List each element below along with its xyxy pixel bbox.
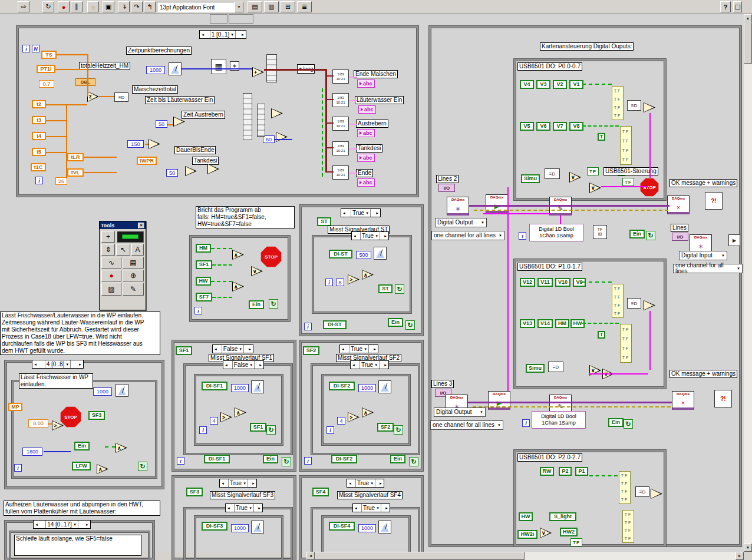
terminal-t5[interactable]: t5: [32, 148, 46, 156]
terminal-v10[interactable]: V10: [555, 278, 570, 287]
step-out-button[interactable]: ↰: [144, 1, 156, 12]
terminal-ein[interactable]: Ein: [390, 455, 405, 463]
constant-true[interactable]: T: [598, 331, 605, 339]
tool-scroll[interactable]: ⇕: [101, 244, 115, 256]
terminal-v2[interactable]: V2: [553, 80, 567, 89]
terminal-ein[interactable]: Ein: [74, 442, 90, 450]
wait-ms-icon[interactable]: [378, 380, 391, 393]
terminal-t2[interactable]: t2: [32, 100, 46, 108]
terminal-hm[interactable]: HM: [196, 244, 211, 253]
inner-case-selector-sf1[interactable]: ◄ False▼ ►: [223, 360, 264, 369]
terminal-simu[interactable]: Simu: [526, 364, 545, 373]
tool-color-copy[interactable]: ▨: [101, 283, 121, 296]
prev-case-arrow[interactable]: ◄: [220, 482, 225, 485]
loop-condition-terminal[interactable]: ↻: [409, 457, 418, 466]
case-label[interactable]: True: [363, 505, 375, 511]
inner-case-selector-sf3[interactable]: ◄ True▼ ►: [225, 503, 263, 512]
wait-ms-icon[interactable]: [169, 62, 182, 75]
string-indicator[interactable]: abc: [358, 105, 376, 114]
next-case-arrow[interactable]: ►: [248, 347, 252, 351]
align-objects-button[interactable]: ▤: [248, 1, 262, 12]
scroll-up-button[interactable]: ▲: [744, 14, 752, 22]
tool-position[interactable]: ↖: [116, 244, 130, 256]
iteration-terminal[interactable]: i: [304, 323, 312, 330]
terminal-st[interactable]: ST: [378, 284, 393, 293]
case-label[interactable]: False: [234, 362, 248, 368]
terminal-hw[interactable]: HW: [519, 512, 533, 521]
prev-case-arrow[interactable]: ◄: [342, 211, 347, 215]
terminal-mp[interactable]: MP: [8, 403, 22, 411]
constant-0-7[interactable]: 0.7: [39, 80, 54, 88]
loop-condition-terminal[interactable]: ↻: [282, 457, 291, 466]
daqmx-create-channel-node[interactable]: DAQmx∗: [447, 197, 469, 216]
iteration-terminal[interactable]: i: [22, 45, 30, 52]
loop-condition-terminal[interactable]: ↻: [395, 284, 404, 294]
channel-mode-dropdown[interactable]: one channel for all lines▼: [430, 420, 503, 430]
terminal-ein[interactable]: Ein: [608, 418, 624, 427]
io-constant[interactable]: I/O: [672, 233, 688, 241]
build-array-node[interactable]: [257, 104, 265, 137]
terminal-sf2[interactable]: SF2: [303, 346, 319, 355]
wait-ms-icon[interactable]: [251, 521, 264, 534]
get-date-time-icon[interactable]: ▦: [211, 59, 226, 74]
digital-input-dropdown[interactable]: Digital Input▼: [679, 251, 727, 260]
terminal-sf1[interactable]: SF1: [176, 346, 192, 355]
iteration-terminal[interactable]: i: [522, 419, 530, 427]
tools-titlebar[interactable]: Tools ×: [100, 221, 146, 229]
terminal-v3[interactable]: V3: [536, 80, 550, 89]
daqmx-clear-task-node[interactable]: DAQmx×: [672, 391, 694, 410]
wait-ms-icon[interactable]: [251, 380, 264, 393]
terminal-p2[interactable]: P2: [559, 467, 572, 476]
terminal-di-sf2[interactable]: DI-SF2: [329, 382, 355, 390]
chevron-down-icon[interactable]: ▼: [73, 523, 77, 526]
terminal-hw2i[interactable]: HW2i: [517, 530, 537, 539]
terminal-lfw[interactable]: LFW: [72, 462, 91, 470]
iteration-terminal[interactable]: i: [177, 457, 184, 465]
digital-output-dropdown[interactable]: Digital Output▼: [435, 218, 487, 227]
prev-case-arrow[interactable]: ◄: [352, 234, 357, 238]
font-selector-dropdown[interactable]: ▼: [235, 2, 243, 12]
prev-case-arrow[interactable]: ◄: [354, 506, 358, 510]
iteration-terminal[interactable]: i: [14, 464, 22, 472]
constant-1000[interactable]: 1000: [231, 524, 249, 532]
loop-condition-terminal[interactable]: ↻: [266, 425, 276, 435]
constant-1000[interactable]: 1000: [146, 66, 165, 74]
string-indicator[interactable]: abc: [357, 129, 375, 137]
build-array-node[interactable]: [266, 54, 277, 82]
count-terminal[interactable]: N: [32, 45, 39, 52]
constant-1000[interactable]: 1000: [93, 387, 112, 396]
digital-output-dropdown[interactable]: Digital Output▼: [434, 407, 486, 417]
terminal-t4[interactable]: t4: [32, 132, 46, 140]
constant-4[interactable]: 4: [210, 417, 218, 425]
case-selector-sf2[interactable]: ◄ True▼ ►: [339, 344, 378, 353]
terminal-di-sf3[interactable]: DI-SF3: [202, 522, 227, 531]
constant-8-00[interactable]: 8.00: [28, 419, 48, 428]
chevron-down-icon[interactable]: ▼: [249, 363, 253, 367]
next-case-arrow[interactable]: ►: [78, 363, 83, 366]
next-case-arrow[interactable]: ►: [372, 347, 377, 351]
iteration-terminal[interactable]: i: [35, 177, 43, 184]
tool-object-popup[interactable]: ▤: [123, 257, 144, 269]
terminal-sf3[interactable]: SF3: [186, 488, 203, 496]
next-case-arrow[interactable]: ►: [257, 506, 262, 510]
string-indicator[interactable]: abc: [357, 79, 375, 88]
sequence-selector-1[interactable]: ◄ 1 [0..1]▼ ►: [199, 30, 246, 39]
tool-wire[interactable]: ∿: [101, 257, 121, 269]
chevron-down-icon[interactable]: ▼: [239, 347, 242, 351]
case-selector-14[interactable]: ◄ 14 [0..17]▼ ►: [33, 520, 91, 529]
case-selector-4[interactable]: ◄ 4 [0..8]▼ ►: [32, 360, 84, 369]
prev-case-arrow[interactable]: ◄: [213, 347, 218, 351]
iteration-terminal[interactable]: i: [519, 232, 526, 240]
terminal-v13[interactable]: V13: [520, 319, 535, 328]
next-case-arrow[interactable]: ►: [378, 482, 383, 485]
terminal-rw[interactable]: RW: [540, 467, 554, 476]
terminal-hm[interactable]: HM: [555, 319, 569, 328]
constant-1000[interactable]: 1000: [358, 384, 376, 392]
terminal-ein[interactable]: Ein: [629, 230, 645, 238]
case-selector-sf3[interactable]: ◄ True▼ ►: [219, 479, 257, 488]
format-datetime-icon[interactable]: 1/8310:21: [332, 69, 349, 84]
constant-150[interactable]: 150: [127, 140, 144, 148]
context-help-button[interactable]: ▢: [733, 1, 742, 12]
terminal-ein[interactable]: Ein: [249, 300, 264, 309]
string-indicator[interactable]: abc: [357, 154, 375, 162]
